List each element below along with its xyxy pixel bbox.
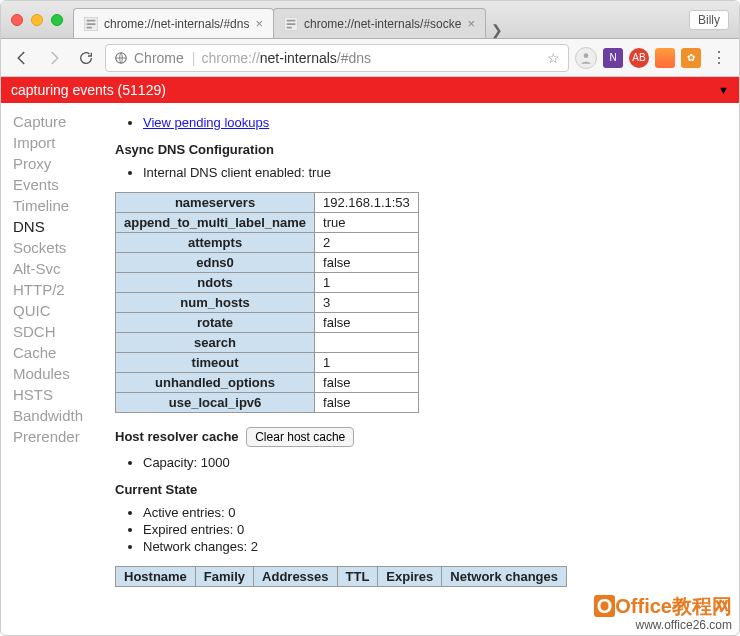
bookmark-star-icon[interactable]: ☆ [547,50,560,66]
config-value [315,333,419,353]
config-value: 1 [315,353,419,373]
address-bar[interactable]: Chrome | chrome://net-internals/#dns ☆ [105,44,569,72]
async-dns-heading: Async DNS Configuration [115,142,725,157]
sidebar-item-hsts[interactable]: HSTS [13,386,101,403]
state-item: Network changes: 2 [143,539,725,554]
capture-bar-toggle-icon[interactable]: ▼ [718,84,729,96]
forward-button[interactable] [41,45,67,71]
sidebar-item-altsvc[interactable]: Alt-Svc [13,260,101,277]
config-key: search [116,333,315,353]
config-key: nameservers [116,193,315,213]
minimize-window-button[interactable] [31,14,43,26]
current-state-heading: Current State [115,482,725,497]
tab-strip: chrome://net-internals/#dns × chrome://n… [73,1,503,38]
maximize-window-button[interactable] [51,14,63,26]
table-header: Addresses [254,567,337,587]
sidebar-item-dns[interactable]: DNS [13,218,101,235]
sidebar-item-cache[interactable]: Cache [13,344,101,361]
extension-onenote-icon[interactable]: N [603,48,623,68]
pending-lookups-link[interactable]: View pending lookups [143,115,269,130]
config-key: rotate [116,313,315,333]
browser-toolbar: Chrome | chrome://net-internals/#dns ☆ N… [1,39,739,77]
sidebar-item-http2[interactable]: HTTP/2 [13,281,101,298]
dns-config-table: nameservers192.168.1.1:53append_to_multi… [115,192,419,413]
tab-close-icon[interactable]: × [255,16,263,31]
content-area: CaptureImportProxyEventsTimelineDNSSocke… [1,103,739,636]
main-panel: View pending lookups Async DNS Configura… [101,103,739,636]
url-label: Chrome [134,50,184,66]
config-value: false [315,373,419,393]
resolver-entries-table: HostnameFamilyAddressesTTLExpiresNetwork… [115,566,567,587]
config-value: false [315,313,419,333]
config-key: num_hosts [116,293,315,313]
table-header: Family [195,567,253,587]
table-header: Hostname [116,567,196,587]
sidebar-item-sdch[interactable]: SDCH [13,323,101,340]
profile-button[interactable]: Billy [689,10,729,30]
table-header: Expires [378,567,442,587]
window-titlebar: chrome://net-internals/#dns × chrome://n… [1,1,739,39]
tab-active[interactable]: chrome://net-internals/#dns × [73,8,274,38]
account-icon[interactable] [575,47,597,69]
config-key: unhandled_options [116,373,315,393]
url-text: chrome://net-internals/#dns [201,50,371,66]
sidebar-item-sockets[interactable]: Sockets [13,239,101,256]
watermark-brand: OOffice教程网 [594,594,732,618]
tab-inactive[interactable]: chrome://net-internals/#socke × [273,8,486,38]
watermark-url: www.office26.com [594,618,732,632]
back-button[interactable] [9,45,35,71]
page-favicon-icon [84,17,98,31]
config-key: append_to_multi_label_name [116,213,315,233]
config-value: 3 [315,293,419,313]
close-window-button[interactable] [11,14,23,26]
sidebar-item-import[interactable]: Import [13,134,101,151]
tab-close-icon[interactable]: × [467,16,475,31]
config-value: false [315,253,419,273]
extension-adblock-icon[interactable]: AB [629,48,649,68]
sidebar-nav: CaptureImportProxyEventsTimelineDNSSocke… [1,103,101,636]
state-item: Active entries: 0 [143,505,725,520]
config-value: true [315,213,419,233]
config-key: edns0 [116,253,315,273]
sidebar-item-modules[interactable]: Modules [13,365,101,382]
internal-client-status: Internal DNS client enabled: true [143,165,725,180]
config-key: ndots [116,273,315,293]
page-favicon-icon [284,17,298,31]
extension-icon[interactable] [655,48,675,68]
capture-status-bar[interactable]: capturing events (51129) ▼ [1,77,739,103]
state-item: Expired entries: 0 [143,522,725,537]
sidebar-item-events[interactable]: Events [13,176,101,193]
clear-host-cache-button[interactable]: Clear host cache [246,427,354,447]
extension-icon[interactable]: ✿ [681,48,701,68]
config-key: use_local_ipv6 [116,393,315,413]
cache-capacity: Capacity: 1000 [143,455,725,470]
new-tab-button[interactable]: ❯ [491,22,503,38]
tab-title: chrome://net-internals/#dns [104,17,249,31]
sidebar-item-quic[interactable]: QUIC [13,302,101,319]
sidebar-item-bandwidth[interactable]: Bandwidth [13,407,101,424]
watermark: OOffice教程网 www.office26.com [594,594,732,632]
sidebar-item-capture[interactable]: Capture [13,113,101,130]
config-value: false [315,393,419,413]
site-info-icon[interactable] [114,51,128,65]
chrome-menu-button[interactable]: ⋮ [707,48,731,67]
sidebar-item-proxy[interactable]: Proxy [13,155,101,172]
tab-title: chrome://net-internals/#socke [304,17,461,31]
sidebar-item-prerender[interactable]: Prerender [13,428,101,445]
sidebar-item-timeline[interactable]: Timeline [13,197,101,214]
reload-button[interactable] [73,45,99,71]
svg-point-3 [584,53,589,58]
config-key: attempts [116,233,315,253]
config-value: 192.168.1.1:53 [315,193,419,213]
table-header: Network changes [442,567,567,587]
config-value: 2 [315,233,419,253]
config-value: 1 [315,273,419,293]
window-controls [11,14,63,26]
capture-status-text: capturing events (51129) [11,82,166,98]
table-header: TTL [337,567,378,587]
resolver-cache-heading: Host resolver cache Clear host cache [115,427,725,447]
config-key: timeout [116,353,315,373]
